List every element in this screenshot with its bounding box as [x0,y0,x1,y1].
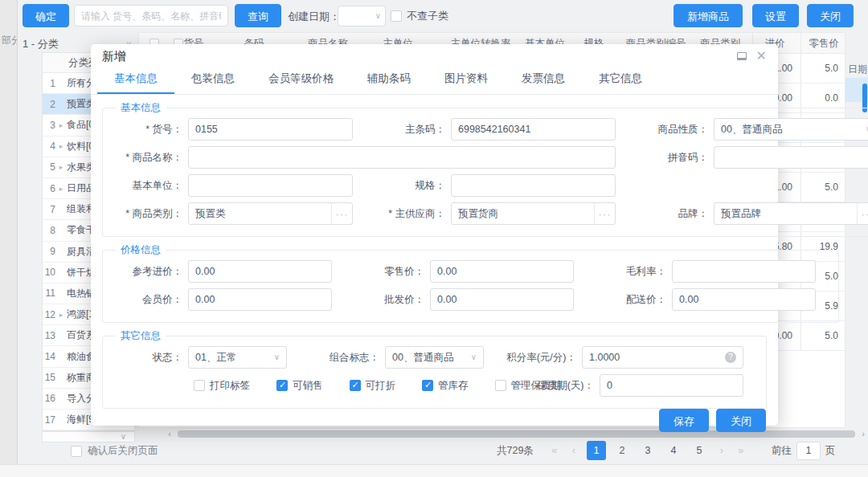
expand-arrow-icon[interactable]: ▸ [57,311,65,319]
field-label: 品牌： [633,207,714,221]
last-page-icon[interactable]: » [731,441,751,460]
row-number: 11 [43,287,55,299]
modal-tab[interactable]: 其它信息 [582,66,659,94]
modal-tab[interactable]: 发票信息 [505,66,582,94]
checkbox-label: 打印标签 [210,379,250,393]
field-supplier: * 主供应商： ··· [371,202,633,225]
brand-input[interactable] [714,203,857,224]
pagination: 共729条 « ‹ 1 2 3 4 5 › » 前往 页 [497,441,835,460]
field-status: 状态： 01、正常 ∨ [108,346,305,369]
field-label: * 货号： [108,123,188,137]
checkbox-box-icon[interactable] [350,380,361,391]
help-icon[interactable]: ? [725,352,736,363]
right-peek-date-fragment: 日期 [848,63,867,76]
supplier-input[interactable] [452,203,594,224]
confirm-button[interactable]: 确定 [23,4,69,27]
option-checkbox[interactable]: 管库存 [422,379,469,393]
expand-arrow-icon[interactable]: ▸ [57,163,65,171]
checkbox-box-icon[interactable] [391,10,402,22]
option-checkbox[interactable]: 打印标签 [194,379,250,393]
next-page-icon[interactable]: › [712,441,731,460]
scroll-right-icon[interactable]: › [858,429,868,438]
more-options-icon[interactable]: ··· [331,203,352,224]
select-value: 01、正常 [189,351,236,365]
checkbox-box-icon[interactable] [495,380,506,391]
more-options-icon[interactable]: ··· [594,203,615,224]
wholesale-price-input[interactable] [431,289,573,310]
header-retail-price[interactable]: 零售价 [809,37,839,51]
modal-tabs: 基本信息 包装信息 会员等级价格 辅助条码 图片资料 发票信息 其它信息 [91,66,778,95]
no-subclass-checkbox[interactable]: 不查子类 [391,9,448,23]
page-button[interactable]: 2 [612,441,632,460]
field-label: * 主供应商： [371,207,451,221]
expand-arrow-icon[interactable]: ▸ [57,185,65,193]
bottom-bar: 确认后关闭页面 共729条 « ‹ 1 2 3 4 5 › » 前往 页 [18,438,868,464]
select-value: 00、普通商品 [386,351,453,365]
page-button[interactable]: 3 [638,441,657,460]
combo-flag-select[interactable]: 00、普通商品 ∨ [385,346,484,369]
page-button[interactable]: 1 [587,441,606,460]
row-number: 17 [43,414,55,426]
close-icon[interactable]: ✕ [756,50,767,63]
expand-arrow-icon[interactable]: ▸ [57,121,65,129]
item-no-input[interactable] [189,119,352,140]
more-options-icon[interactable]: ··· [857,203,868,224]
spec-input[interactable] [452,175,615,196]
settings-button[interactable]: 设置 [752,4,799,27]
modal-close-button[interactable]: 关闭 [716,409,766,432]
option-checkbox[interactable]: 可销售 [276,379,323,393]
save-button[interactable]: 保存 [659,409,709,432]
modal-tab[interactable]: 基本信息 [97,66,174,94]
retail-price-input[interactable] [431,261,573,282]
ref-purchase-input[interactable] [189,261,331,282]
expand-arrow-icon[interactable]: ▸ [57,142,65,150]
checkbox-box-icon[interactable] [422,380,433,391]
shelf-life-input[interactable] [600,375,743,396]
option-checkbox[interactable]: 可打折 [350,379,396,393]
brand-lookup[interactable]: ··· [714,202,868,225]
product-name-input[interactable] [189,147,615,168]
barcode-input[interactable] [452,119,615,140]
prev-page-icon[interactable]: ‹ [564,441,583,460]
page-button[interactable]: 4 [664,441,683,460]
page-button[interactable]: 5 [690,441,709,460]
checkbox-label: 可打折 [366,379,396,393]
add-product-button[interactable]: 新增商品 [674,4,743,27]
confirm-close-checkbox[interactable]: 确认后关闭页面 [71,444,158,458]
supplier-lookup[interactable]: ··· [451,202,616,225]
close-window-button[interactable]: 关闭 [807,4,854,27]
add-product-modal: 新增 ✕ 基本信息 包装信息 会员等级价格 辅助条码 图片资料 发票信息 其它信… [91,44,778,426]
pinyin-input[interactable] [714,147,868,168]
search-input[interactable] [74,5,228,26]
status-select[interactable]: 01、正常 ∨ [188,346,287,369]
select-value: 00、普通商品 [714,123,782,137]
modal-tab[interactable]: 辅助条码 [350,66,428,94]
field-delivery-price: 配送价： [592,288,833,311]
cell-retail-price: 5.0 [800,321,846,351]
field-base-unit: 基本单位： [108,174,371,197]
query-button[interactable]: 查询 [235,4,281,27]
create-date-select[interactable]: ∨ [338,6,386,26]
section-basic-info: 基本信息 * 货号： 主条码： 商品性质： 00、普通商品 ∨ [102,101,868,237]
row-number: 12 [43,309,55,320]
category-input[interactable] [189,203,331,224]
margin-input[interactable] [673,261,815,282]
base-unit-input[interactable] [189,175,352,196]
modal-tab[interactable]: 图片资料 [428,66,505,94]
goto-page-input[interactable] [796,442,821,460]
row-number: 1 [43,78,55,89]
modal-tab[interactable]: 包装信息 [174,66,252,94]
first-page-icon[interactable]: « [545,441,564,460]
field-label: 主条码： [371,123,451,137]
option-checkboxes: 打印标签 可销售 可打折 [108,374,519,397]
minimize-icon[interactable] [737,52,747,60]
checkbox-box-icon[interactable] [71,446,82,457]
checkbox-box-icon[interactable] [194,380,205,391]
modal-tab[interactable]: 会员等级价格 [252,66,350,94]
delivery-price-input[interactable] [673,289,815,310]
product-nature-select[interactable]: 00、普通商品 ∨ [714,118,868,141]
checkbox-box-icon[interactable] [276,380,288,391]
member-price-input[interactable] [189,289,331,310]
category-lookup[interactable]: ··· [188,202,353,225]
point-rate-input[interactable] [583,347,725,368]
